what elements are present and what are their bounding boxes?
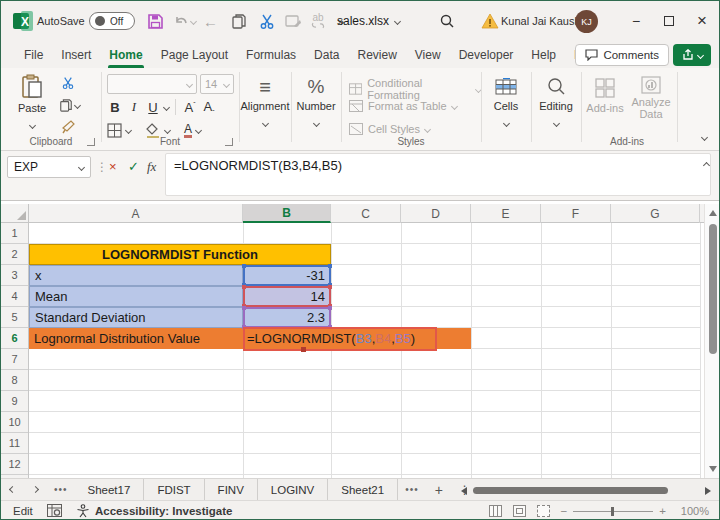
cut-button[interactable]: [61, 76, 75, 90]
share-button[interactable]: [673, 44, 711, 66]
font-dialog-launcher[interactable]: [225, 138, 233, 146]
italic-button[interactable]: I: [126, 99, 142, 115]
sheet-prev-arrow[interactable]: [1, 487, 24, 492]
select-all-corner[interactable]: [1, 204, 29, 223]
document-title[interactable]: sales.xlsx: [337, 1, 400, 41]
font-color-chevron[interactable]: [195, 127, 202, 134]
clipboard-dialog-launcher[interactable]: [87, 138, 95, 146]
cell-a2-title[interactable]: LOGNORMDIST Function: [29, 244, 331, 265]
column-header-g[interactable]: G: [611, 204, 700, 223]
close-button[interactable]: ×: [685, 1, 719, 41]
scroll-left-arrow[interactable]: [461, 487, 467, 495]
font-size-select[interactable]: 14: [200, 74, 234, 94]
underline-options-chevron[interactable]: [163, 104, 170, 111]
horizontal-scroll-thumb[interactable]: [473, 487, 668, 494]
normal-view-icon[interactable]: [489, 505, 502, 517]
sheet-tab-fdist[interactable]: FDIST: [144, 479, 204, 500]
row-header-10[interactable]: 10: [1, 412, 28, 433]
comments-button[interactable]: Comments: [575, 44, 669, 66]
sheet-tab-sheet21[interactable]: Sheet21: [328, 479, 398, 500]
tab-formulas[interactable]: Formulas: [237, 41, 305, 68]
zoom-out-icon[interactable]: −: [561, 505, 568, 517]
new-sheet-button[interactable]: +: [426, 482, 452, 498]
zoom-thumb[interactable]: [611, 507, 614, 516]
scroll-right-arrow[interactable]: [705, 487, 711, 495]
cells-group-button[interactable]: Cells: [481, 68, 531, 150]
row-header-11[interactable]: 11: [1, 433, 28, 454]
cell-a3[interactable]: x: [29, 265, 243, 286]
tab-help[interactable]: Help: [522, 41, 565, 68]
number-group-button[interactable]: % Number: [291, 68, 341, 150]
zoom-slider[interactable]: − +: [561, 505, 666, 517]
copy-icon[interactable]: [231, 1, 247, 41]
macro-record-icon[interactable]: [47, 504, 62, 517]
zoom-in-icon[interactable]: +: [659, 505, 666, 517]
editing-group-button[interactable]: Editing: [531, 68, 581, 150]
undo-button[interactable]: [173, 1, 196, 41]
formula-input[interactable]: =LOGNORMDIST(B3,B4,B5): [165, 153, 711, 196]
enter-icon[interactable]: ✓: [128, 159, 139, 174]
collapse-ribbon-chevron[interactable]: [701, 134, 708, 141]
vertical-scroll-thumb[interactable]: [709, 224, 717, 354]
bold-button[interactable]: B: [107, 100, 123, 115]
fill-color-chevron[interactable]: [164, 127, 171, 134]
cell-a6[interactable]: Lognormal Distribution Value: [29, 328, 243, 349]
sheet-next-arrow[interactable]: [24, 487, 47, 492]
page-break-view-icon[interactable]: [537, 505, 550, 517]
row-header-2[interactable]: 2: [1, 244, 28, 265]
column-header-a[interactable]: A: [29, 204, 243, 223]
cell-a4[interactable]: Mean: [29, 286, 243, 307]
borders-chevron[interactable]: [125, 127, 132, 134]
underline-button[interactable]: U: [145, 100, 161, 115]
column-header-f[interactable]: F: [541, 204, 611, 223]
fill-handle[interactable]: [301, 347, 306, 352]
scroll-down-arrow[interactable]: [709, 466, 717, 472]
tab-file[interactable]: File: [15, 41, 52, 68]
row-header-3[interactable]: 3: [1, 265, 28, 286]
avatar[interactable]: KJ: [575, 10, 598, 33]
minimize-button[interactable]: −: [619, 1, 653, 41]
horizontal-scrollbar[interactable]: [461, 486, 711, 495]
column-header-d[interactable]: D: [401, 204, 471, 223]
sheet-tab-finv[interactable]: FINV: [205, 479, 258, 500]
vertical-scrollbar[interactable]: [704, 204, 720, 478]
row-header-5[interactable]: 5: [1, 307, 28, 328]
zoom-level[interactable]: 100%: [677, 505, 709, 517]
autosave-toggle[interactable]: Off: [89, 1, 135, 41]
sheet-tab-loginv[interactable]: LOGINV: [258, 479, 328, 500]
more-sheets-right-icon[interactable]: •••: [398, 484, 426, 495]
format-painter-button[interactable]: [61, 120, 75, 134]
column-header-e[interactable]: E: [471, 204, 541, 223]
decrease-font-button[interactable]: Aˇ: [201, 99, 217, 116]
sheet-tab-sheet17[interactable]: Sheet17: [75, 479, 145, 500]
cut-icon[interactable]: [259, 1, 275, 41]
row-header-8[interactable]: 8: [1, 370, 28, 391]
row-header-1[interactable]: 1: [1, 223, 28, 244]
page-layout-view-icon[interactable]: [513, 505, 526, 517]
row-header-4[interactable]: 4: [1, 286, 28, 307]
insert-function-icon[interactable]: fx: [147, 159, 156, 175]
tab-review[interactable]: Review: [348, 41, 405, 68]
increase-font-button[interactable]: Aˆ: [182, 100, 198, 115]
row-header-7[interactable]: 7: [1, 349, 28, 370]
namebox-splitter[interactable]: ⋮: [96, 160, 108, 174]
row-header-6[interactable]: 6: [1, 328, 28, 349]
cell-a5[interactable]: Standard Deviation: [29, 307, 243, 328]
maximize-button[interactable]: [652, 1, 686, 41]
paste-button[interactable]: Paste: [15, 74, 49, 132]
accessibility-icon[interactable]: [76, 504, 90, 518]
tab-data[interactable]: Data: [305, 41, 348, 68]
tab-home[interactable]: Home: [100, 41, 151, 68]
zoom-track[interactable]: [573, 511, 653, 512]
tab-insert[interactable]: Insert: [52, 41, 100, 68]
scroll-up-arrow[interactable]: [709, 210, 717, 216]
tab-view[interactable]: View: [406, 41, 450, 68]
cancel-icon[interactable]: ×: [109, 159, 117, 174]
warning-icon[interactable]: [481, 1, 499, 41]
name-box[interactable]: EXP: [7, 156, 91, 178]
back-arrow-icon[interactable]: ←: [203, 1, 218, 41]
alignment-group-button[interactable]: ≡ Alignment: [239, 68, 291, 150]
font-name-select[interactable]: [107, 74, 197, 94]
more-sheets-left-icon[interactable]: •••: [47, 484, 75, 495]
tab-developer[interactable]: Developer: [450, 41, 523, 68]
